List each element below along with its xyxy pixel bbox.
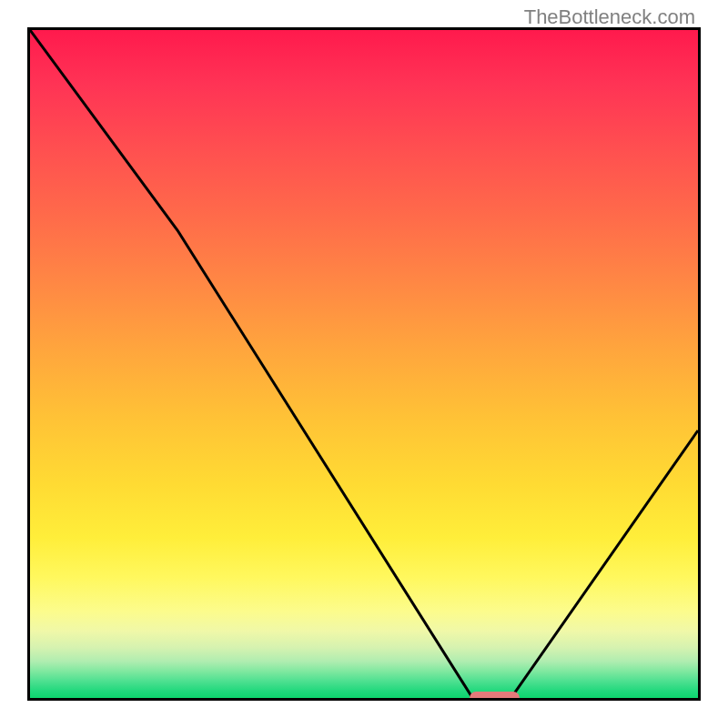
bottleneck-curve [30,30,698,696]
curve-svg [30,30,698,698]
optimal-marker [470,692,520,701]
watermark-text: TheBottleneck.com [524,5,695,29]
chart-container: TheBottleneck.com [0,0,728,728]
plot-area [27,27,701,701]
